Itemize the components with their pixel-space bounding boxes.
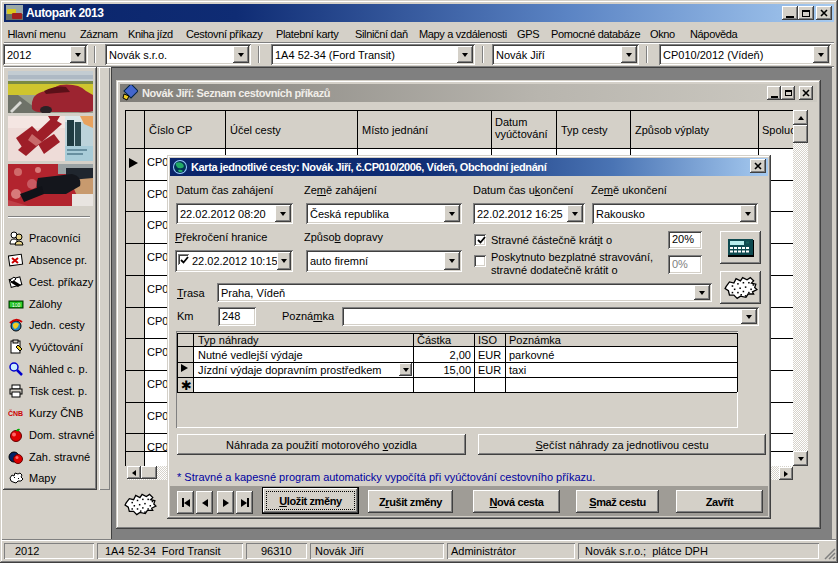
svg-text:ČNB: ČNB: [8, 409, 23, 417]
svg-text:100: 100: [12, 302, 21, 308]
